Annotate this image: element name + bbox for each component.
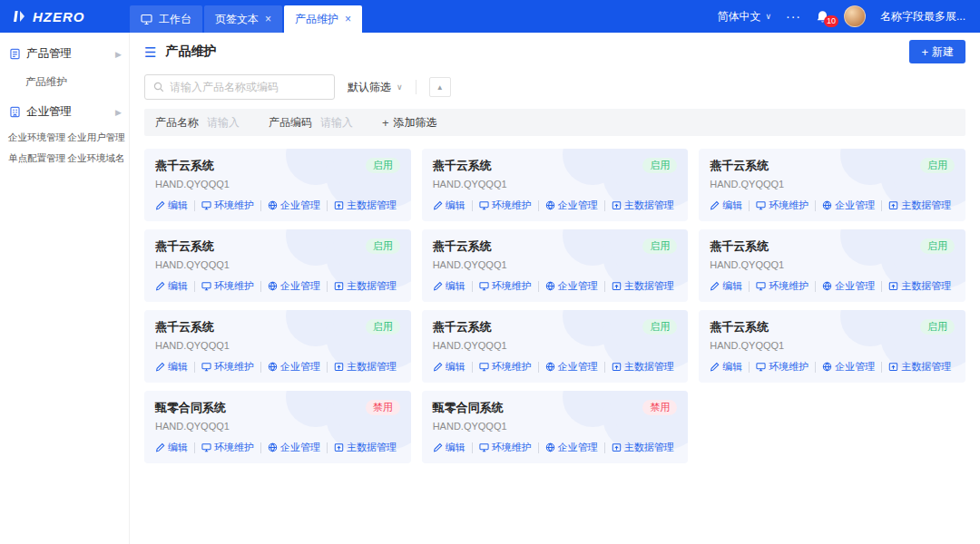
filter-product-name[interactable]: 产品名称 请输入 xyxy=(155,115,240,131)
more-menu-icon[interactable]: ··· xyxy=(786,9,801,24)
edit-icon xyxy=(433,362,443,372)
product-name: 燕千云系统 xyxy=(433,238,678,255)
environment-maintenance-action[interactable]: 环境维护 xyxy=(479,441,532,454)
globe-icon xyxy=(822,200,832,210)
edit-action[interactable]: 编辑 xyxy=(433,360,466,374)
enterprise-management-action[interactable]: 企业管理 xyxy=(545,199,598,212)
divider xyxy=(604,281,605,292)
enterprise-management-action[interactable]: 企业管理 xyxy=(822,279,875,293)
notification-bell[interactable]: 10 xyxy=(816,10,829,24)
environment-maintenance-action[interactable]: 环境维护 xyxy=(756,360,808,374)
master-data-management-action[interactable]: 主数据管理 xyxy=(334,441,397,454)
filter-preset-select[interactable]: 默认筛选 ∨ xyxy=(348,80,403,95)
product-code: HAND.QYQQQ1 xyxy=(710,179,955,189)
add-filter-label: 添加筛选 xyxy=(394,115,437,131)
environment-maintenance-action[interactable]: 环境维护 xyxy=(479,279,532,293)
environment-maintenance-action[interactable]: 环境维护 xyxy=(479,199,532,212)
environment-maintenance-action[interactable]: 环境维护 xyxy=(756,199,808,212)
language-selector[interactable]: 简体中文 ∨ xyxy=(717,9,771,24)
card-actions: 编辑 环境维护 企业管理 xyxy=(433,360,678,374)
product-card: 启用 燕千云系统 HAND.QYQQQ1 编辑 环境维护 xyxy=(422,229,689,302)
status-badge: 禁用 xyxy=(366,400,400,415)
enterprise-management-action[interactable]: 企业管理 xyxy=(822,199,875,212)
tab-close-icon[interactable]: × xyxy=(345,14,351,24)
search-input[interactable] xyxy=(170,81,326,93)
sidebar-item-product-maintenance[interactable]: 产品维护 xyxy=(0,70,129,96)
sidebar-item-sso-config-mgmt[interactable]: 单点配置管理 xyxy=(8,152,66,165)
monitor-icon xyxy=(756,200,766,210)
filter-label: 产品名称 xyxy=(155,115,199,131)
master-data-management-action[interactable]: 主数据管理 xyxy=(888,279,951,293)
master-data-management-action[interactable]: 主数据管理 xyxy=(334,279,397,293)
tab-bar: 工作台 页签文本 × 产品维护 × xyxy=(130,0,362,33)
master-data-management-action[interactable]: 主数据管理 xyxy=(334,199,397,212)
edit-action[interactable]: 编辑 xyxy=(155,279,188,293)
divider xyxy=(881,281,882,292)
sidebar-group-product-management[interactable]: 产品管理 ▶ xyxy=(0,38,129,70)
chevron-down-icon: ∨ xyxy=(765,12,771,21)
enterprise-management-action[interactable]: 企业管理 xyxy=(545,360,598,374)
master-data-management-action[interactable]: 主数据管理 xyxy=(612,360,674,374)
environment-maintenance-action[interactable]: 环境维护 xyxy=(479,360,532,374)
environment-maintenance-action[interactable]: 环境维护 xyxy=(201,360,254,374)
tab-text[interactable]: 页签文本 × xyxy=(204,5,282,33)
edit-action[interactable]: 编辑 xyxy=(155,360,188,374)
sidebar-item-enterprise-env-domain[interactable]: 企业环境域名 xyxy=(68,152,126,165)
sidebar-item-enterprise-env-mgmt[interactable]: 企业环境管理 xyxy=(8,131,66,144)
edit-action[interactable]: 编辑 xyxy=(710,199,742,212)
menu-toggle-icon[interactable]: ☰ xyxy=(144,45,156,59)
globe-icon xyxy=(545,362,555,372)
action-label: 企业管理 xyxy=(280,441,320,454)
master-data-management-action[interactable]: 主数据管理 xyxy=(888,199,951,212)
environment-maintenance-action[interactable]: 环境维护 xyxy=(756,279,808,293)
enterprise-management-action[interactable]: 企业管理 xyxy=(545,279,598,293)
edit-action[interactable]: 编辑 xyxy=(433,441,466,454)
divider xyxy=(604,362,605,373)
master-data-management-action[interactable]: 主数据管理 xyxy=(334,360,397,374)
user-avatar[interactable] xyxy=(844,5,866,27)
enterprise-management-action[interactable]: 企业管理 xyxy=(268,279,320,293)
edit-action[interactable]: 编辑 xyxy=(155,199,188,212)
action-label: 环境维护 xyxy=(492,199,532,212)
tab-product-maintenance[interactable]: 产品维护 × xyxy=(284,5,362,33)
sidebar-item-enterprise-user-mgmt[interactable]: 企业用户管理 xyxy=(68,131,126,144)
environment-maintenance-action[interactable]: 环境维护 xyxy=(201,199,254,212)
enterprise-management-action[interactable]: 企业管理 xyxy=(268,360,320,374)
create-button[interactable]: + 新建 xyxy=(909,40,965,63)
master-data-management-action[interactable]: 主数据管理 xyxy=(612,441,674,454)
add-filter-button[interactable]: + 添加筛选 xyxy=(382,115,437,131)
enterprise-management-action[interactable]: 企业管理 xyxy=(822,360,875,374)
card-actions: 编辑 环境维护 企业管理 xyxy=(433,441,678,454)
edit-icon xyxy=(710,362,720,372)
enterprise-management-action[interactable]: 企业管理 xyxy=(545,441,598,454)
environment-maintenance-action[interactable]: 环境维护 xyxy=(201,279,254,293)
master-data-management-action[interactable]: 主数据管理 xyxy=(888,360,951,374)
create-button-label: 新建 xyxy=(932,44,954,60)
product-name: 燕千云系统 xyxy=(710,158,955,174)
divider xyxy=(749,362,750,373)
edit-action[interactable]: 编辑 xyxy=(433,199,466,212)
collapse-filter-button[interactable]: ▲ xyxy=(429,77,451,97)
sidebar-group-enterprise-management[interactable]: 企业管理 ▶ xyxy=(0,96,129,128)
tab-close-icon[interactable]: × xyxy=(265,14,271,24)
master-data-management-action[interactable]: 主数据管理 xyxy=(612,199,674,212)
enterprise-management-action[interactable]: 企业管理 xyxy=(268,199,320,212)
action-label: 环境维护 xyxy=(492,279,532,293)
card-actions: 编辑 环境维护 企业管理 xyxy=(710,199,955,212)
environment-maintenance-action[interactable]: 环境维护 xyxy=(201,441,254,454)
master-data-management-action[interactable]: 主数据管理 xyxy=(612,279,674,293)
action-label: 环境维护 xyxy=(492,441,532,454)
edit-action[interactable]: 编辑 xyxy=(710,360,742,374)
status-badge: 启用 xyxy=(642,158,677,173)
tab-workbench[interactable]: 工作台 xyxy=(130,5,202,33)
product-code: HAND.QYQQQ1 xyxy=(155,421,400,432)
enterprise-management-action[interactable]: 企业管理 xyxy=(268,441,320,454)
user-name[interactable]: 名称字段最多展... xyxy=(880,9,965,24)
action-label: 主数据管理 xyxy=(624,441,674,454)
edit-action[interactable]: 编辑 xyxy=(433,279,466,293)
divider xyxy=(327,281,328,292)
edit-action[interactable]: 编辑 xyxy=(155,441,188,454)
chevron-right-icon: ▶ xyxy=(115,50,122,59)
edit-action[interactable]: 编辑 xyxy=(710,279,742,293)
filter-product-code[interactable]: 产品编码 请输入 xyxy=(269,115,353,131)
